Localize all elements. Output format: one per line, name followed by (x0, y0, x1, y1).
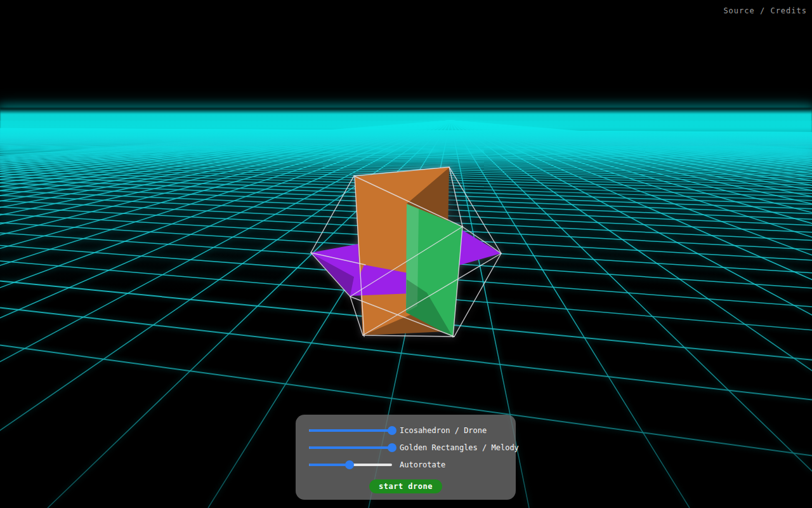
slider-label-autorotate: Autorotate (400, 460, 445, 469)
credits-link[interactable]: Credits (770, 6, 807, 15)
slider-row-icosahedron-drone: Icosahedron / Drone (296, 422, 516, 439)
start-drone-button[interactable]: start drone (369, 479, 442, 493)
slider-autorotate[interactable] (309, 460, 392, 469)
slider-label-golden-rectangles-melody: Golden Rectangles / Melody (400, 443, 519, 452)
slider-thumb[interactable] (388, 426, 396, 435)
slider-label-icosahedron-drone: Icosahedron / Drone (400, 426, 487, 435)
slider-fill (309, 464, 350, 466)
slider-thumb[interactable] (345, 460, 354, 469)
slider-golden-rectangles-melody[interactable] (309, 443, 392, 452)
header-links: Source / Credits (723, 6, 807, 15)
control-panel: Icosahedron / Drone Golden Rectangles / … (296, 415, 516, 500)
slider-thumb[interactable] (388, 443, 396, 452)
slider-icosahedron-drone[interactable] (309, 426, 392, 435)
source-link[interactable]: Source (723, 6, 754, 15)
slider-fill (309, 446, 392, 449)
slider-row-golden-rectangles-melody: Golden Rectangles / Melody (296, 439, 516, 456)
links-separator: / (755, 6, 771, 15)
slider-row-autorotate: Autorotate (296, 456, 516, 473)
slider-fill (309, 429, 392, 432)
